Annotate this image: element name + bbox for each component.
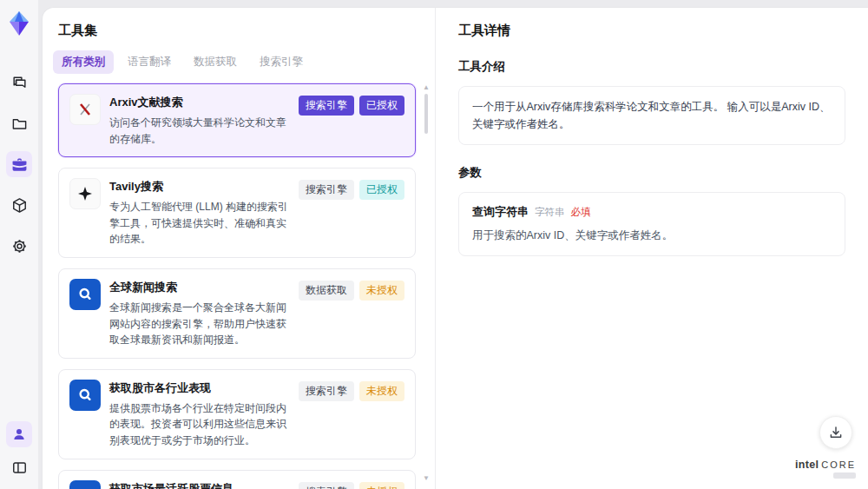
tool-list: Arxiv文献搜索 访问各个研究领域大量科学论文和文章的存储库。 搜索引擎 已授… (58, 83, 416, 489)
intel-wordmark: intel (795, 459, 819, 471)
auth-status-badge: 已授权 (359, 180, 404, 200)
category-badge: 搜索引擎 (299, 96, 354, 116)
sidebar-item-user[interactable] (6, 421, 32, 447)
tool-description: 访问各个研究领域大量科学论文和文章的存储库。 (109, 115, 290, 147)
sidebar-item-toolbox[interactable] (6, 151, 32, 177)
tool-card-tavily[interactable]: Tavily搜索 专为人工智能代理 (LLM) 构建的搜索引擎工具，可快速提供实… (58, 168, 416, 258)
main-content-card: 工具集 所有类别 语言翻译 数据获取 搜索引擎 Arxiv文献搜索 访问各个研究… (42, 7, 868, 489)
page-title: 工具集 (58, 23, 435, 39)
tab-search-engine[interactable]: 搜索引擎 (251, 50, 312, 74)
category-badge: 搜索引擎 (299, 381, 354, 401)
tool-list-panel: 工具集 所有类别 语言翻译 数据获取 搜索引擎 Arxiv文献搜索 访问各个研究… (43, 8, 435, 489)
detail-title: 工具详情 (458, 23, 845, 39)
params-heading: 参数 (458, 165, 845, 181)
category-tabs: 所有类别 语言翻译 数据获取 搜索引擎 (53, 50, 435, 74)
tool-name: 获取股市各行业表现 (109, 380, 290, 396)
tool-name: 获取市场最活跃股票信息 (109, 480, 290, 489)
tab-all-categories[interactable]: 所有类别 (53, 50, 114, 74)
sidebar-item-files[interactable] (6, 110, 32, 136)
sidebar-item-settings[interactable] (6, 233, 32, 259)
magnifier-app-icon (69, 480, 101, 489)
tab-language-translation[interactable]: 语言翻译 (119, 50, 180, 74)
scrollbar-thumb[interactable] (424, 94, 428, 134)
scroll-up-icon[interactable]: ▲ (423, 84, 430, 91)
tool-card-active-stocks[interactable]: 获取市场最活跃股票信息 提供当天交易量最高的股票列表。投资者可以利用这些信息来识… (58, 470, 416, 489)
auth-status-badge: 未授权 (359, 482, 404, 489)
core-wordmark: core (821, 459, 856, 470)
tool-description: 全球新闻搜索是一个聚合全球各大新闻网站内容的搜索引擎，帮助用户快速获取全球最新资… (109, 300, 290, 348)
category-badge: 数据获取 (299, 281, 354, 301)
list-scrollbar[interactable]: ▲ ▼ (422, 84, 431, 482)
tool-description: 提供股票市场各个行业在特定时间段内的表现。投资者可以利用这些信息来识别表现优于或… (109, 400, 290, 449)
chat-icon (11, 75, 28, 91)
auth-status-badge: 未授权 (359, 281, 404, 301)
tool-name: Tavily搜索 (109, 178, 290, 195)
sidebar-item-models[interactable] (6, 192, 32, 218)
tool-card-global-news[interactable]: 全球新闻搜索 全球新闻搜索是一个聚合全球各大新闻网站内容的搜索引擎，帮助用户快速… (58, 268, 416, 359)
magnifier-app-icon (69, 279, 101, 310)
app-logo-icon[interactable] (6, 9, 32, 38)
side-panel-icon (11, 459, 28, 476)
left-rail (0, 0, 38, 489)
tool-name: Arxiv文献搜索 (109, 94, 290, 110)
tool-name: 全球新闻搜索 (109, 279, 290, 295)
download-button[interactable] (819, 416, 852, 449)
intro-heading: 工具介绍 (458, 59, 845, 75)
arxiv-icon (69, 94, 101, 125)
param-box: 查询字符串 字符串 必填 用于搜索的Arxiv ID、关键字或作者姓名。 (458, 192, 845, 256)
tool-card-arxiv[interactable]: Arxiv文献搜索 访问各个研究领域大量科学论文和文章的存储库。 搜索引擎 已授… (58, 83, 416, 157)
tavily-sparkle-icon (69, 178, 101, 209)
user-icon (11, 426, 27, 442)
tab-data-fetch[interactable]: 数据获取 (185, 50, 246, 74)
category-badge: 搜索引擎 (299, 180, 354, 200)
param-name: 查询字符串 (472, 204, 529, 220)
sidebar-item-collapse[interactable] (6, 454, 32, 480)
param-type: 字符串 (535, 206, 565, 219)
download-icon (828, 425, 844, 440)
sidebar-item-chat[interactable] (6, 69, 32, 96)
auth-status-badge: 未授权 (359, 381, 404, 401)
tool-detail-panel: 工具详情 工具介绍 一个用于从Arxiv存储库搜索科学论文和文章的工具。 输入可… (435, 8, 868, 489)
category-badge: 搜索引擎 (299, 482, 354, 489)
intro-box: 一个用于从Arxiv存储库搜索科学论文和文章的工具。 输入可以是Arxiv ID… (458, 86, 845, 145)
scroll-down-icon[interactable]: ▼ (423, 475, 430, 482)
magnifier-app-icon (69, 380, 101, 411)
settings-icon (11, 238, 28, 254)
tool-card-sector-performance[interactable]: 获取股市各行业表现 提供股票市场各个行业在特定时间段内的表现。投资者可以利用这些… (58, 369, 416, 459)
toolbox-icon (11, 156, 28, 173)
cube-icon (11, 197, 28, 214)
param-description: 用于搜索的Arxiv ID、关键字或作者姓名。 (472, 228, 832, 244)
intro-text: 一个用于从Arxiv存储库搜索科学论文和文章的工具。 输入可以是Arxiv ID… (472, 98, 832, 133)
folder-icon (11, 116, 28, 132)
param-required-badge: 必填 (571, 206, 591, 219)
intel-core-logo: intelcore (795, 459, 856, 479)
auth-status-badge: 已授权 (359, 96, 404, 116)
intel-sub-badge (833, 472, 856, 479)
tool-description: 专为人工智能代理 (LLM) 构建的搜索引擎工具，可快速提供实时、准确和真实的结… (109, 199, 290, 248)
